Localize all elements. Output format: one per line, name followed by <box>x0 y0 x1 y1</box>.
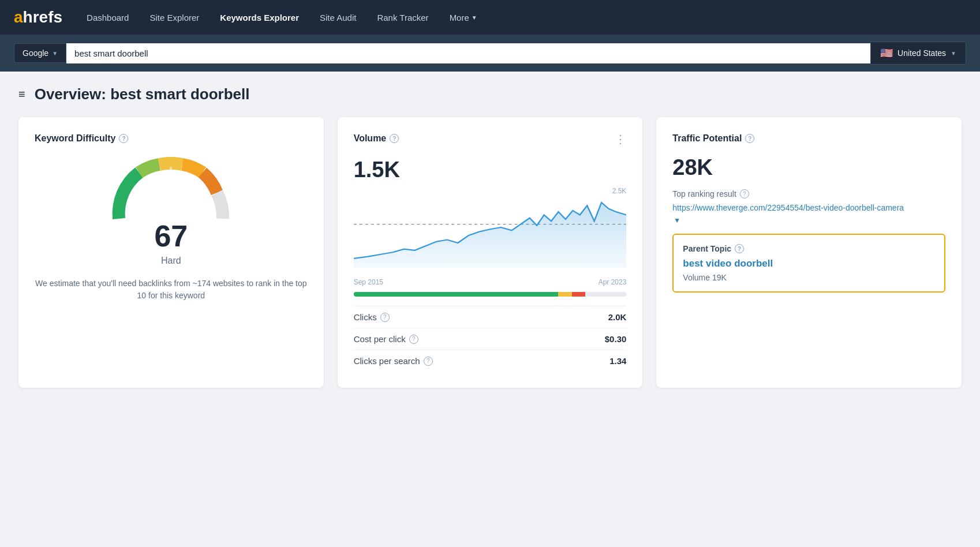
parent-topic-label: Parent Topic ? <box>683 244 935 253</box>
cpc-label-text: Cost per click <box>354 334 406 344</box>
url-dropdown-icon[interactable]: ▼ <box>674 216 945 224</box>
country-selector-button[interactable]: 🇺🇸 United States ▼ <box>870 42 966 65</box>
top-ranking-label: Top ranking result ? <box>672 189 945 198</box>
chart-date-start: Sep 2015 <box>354 278 383 286</box>
parent-topic-box: Parent Topic ? best video doorbell Volum… <box>672 234 945 293</box>
kd-label: Hard <box>161 256 181 266</box>
nav-site-audit[interactable]: Site Audit <box>312 8 364 27</box>
volume-title: Volume ? <box>354 133 399 144</box>
chart-dates: Sep 2015 Apr 2023 <box>354 278 627 286</box>
cards-row: Keyword Difficulty ? <box>18 117 962 388</box>
search-bar: Google ▼ 🇺🇸 United States ▼ <box>0 35 980 72</box>
cps-help-icon[interactable]: ? <box>424 357 433 366</box>
progress-yellow <box>558 292 572 297</box>
progress-red <box>572 292 586 297</box>
cps-label: Clicks per search ? <box>354 356 433 366</box>
traffic-help-icon[interactable]: ? <box>745 134 754 143</box>
search-engine-chevron-icon: ▼ <box>52 50 58 57</box>
metric-row-clicks: Clicks ? 2.0K <box>354 306 627 328</box>
chart-date-end: Apr 2023 <box>599 278 627 286</box>
nav-site-explorer[interactable]: Site Explorer <box>141 8 207 27</box>
nav-more-button[interactable]: More ▼ <box>442 8 485 27</box>
logo-hrefs: hrefs <box>23 8 62 27</box>
parent-topic-help-icon[interactable]: ? <box>735 244 744 253</box>
logo[interactable]: ahrefs <box>14 8 62 27</box>
top-ranking-url[interactable]: https://www.theverge.com/22954554/best-v… <box>672 202 945 214</box>
parent-topic-label-text: Parent Topic <box>683 244 731 253</box>
search-engine-button[interactable]: Google ▼ <box>14 43 66 63</box>
metric-row-cps: Clicks per search ? 1.34 <box>354 350 627 372</box>
navigation: ahrefs Dashboard Site Explorer Keywords … <box>0 0 980 35</box>
volume-title-label: Volume <box>354 133 387 144</box>
progress-green <box>354 292 559 297</box>
volume-chart-svg <box>354 187 627 268</box>
kd-score: 67 <box>154 219 188 253</box>
clicks-value: 2.0K <box>608 312 627 322</box>
volume-chart-area: 2.5K <box>354 187 627 274</box>
search-input[interactable] <box>66 43 870 63</box>
nav-more-label: More <box>450 13 469 23</box>
page-title: Overview: best smart doorbell <box>35 85 250 103</box>
page-header: ≡ Overview: best smart doorbell <box>18 85 962 103</box>
page-content: ≡ Overview: best smart doorbell Keyword … <box>0 72 980 402</box>
cpc-value: $0.30 <box>605 334 627 344</box>
logo-a: a <box>14 8 23 27</box>
volume-value: 1.5K <box>354 158 627 182</box>
keyword-difficulty-card: Keyword Difficulty ? <box>18 117 324 388</box>
traffic-card-title: Traffic Potential ? <box>672 133 945 144</box>
kd-help-icon[interactable]: ? <box>119 134 128 143</box>
volume-card: Volume ? ⋮ 1.5K 2.5K <box>338 117 643 388</box>
nav-more-chevron-icon: ▼ <box>472 14 477 21</box>
traffic-potential-card: Traffic Potential ? 28K Top ranking resu… <box>656 117 962 388</box>
traffic-title-label: Traffic Potential <box>672 133 742 144</box>
hamburger-icon[interactable]: ≡ <box>18 88 25 101</box>
country-label: United States <box>897 48 946 58</box>
cps-label-text: Clicks per search <box>354 356 420 366</box>
country-flag-icon: 🇺🇸 <box>880 47 893 59</box>
cpc-label: Cost per click ? <box>354 334 418 344</box>
parent-topic-value[interactable]: best video doorbell <box>683 258 935 269</box>
country-chevron-icon: ▼ <box>951 50 956 57</box>
cpc-help-icon[interactable]: ? <box>409 335 418 344</box>
traffic-value: 28K <box>672 155 945 180</box>
top-ranking-help-icon[interactable]: ? <box>740 189 749 198</box>
nav-dashboard[interactable]: Dashboard <box>78 8 137 27</box>
top-ranking-label-text: Top ranking result <box>672 189 736 198</box>
cps-value: 1.34 <box>609 356 626 366</box>
kd-title-label: Keyword Difficulty <box>35 133 115 144</box>
metric-row-cpc: Cost per click ? $0.30 <box>354 328 627 350</box>
gauge-chart <box>107 155 234 224</box>
gauge-container: 67 Hard <box>35 155 308 266</box>
chart-y-label: 2.5K <box>612 187 627 195</box>
clicks-label-text: Clicks <box>354 312 377 322</box>
volume-card-header: Volume ? ⋮ <box>354 133 627 155</box>
kd-description: We estimate that you'll need backlinks f… <box>35 278 308 302</box>
kd-card-title: Keyword Difficulty ? <box>35 133 308 144</box>
parent-topic-volume: Volume 19K <box>683 273 935 282</box>
volume-more-icon[interactable]: ⋮ <box>615 133 626 145</box>
nav-rank-tracker[interactable]: Rank Tracker <box>369 8 436 27</box>
volume-progress-bar <box>354 292 627 297</box>
clicks-label: Clicks ? <box>354 312 390 322</box>
volume-help-icon[interactable]: ? <box>390 134 399 143</box>
clicks-help-icon[interactable]: ? <box>380 313 390 322</box>
progress-empty <box>585 292 626 297</box>
nav-keywords-explorer[interactable]: Keywords Explorer <box>212 8 307 27</box>
search-engine-label: Google <box>23 48 48 58</box>
